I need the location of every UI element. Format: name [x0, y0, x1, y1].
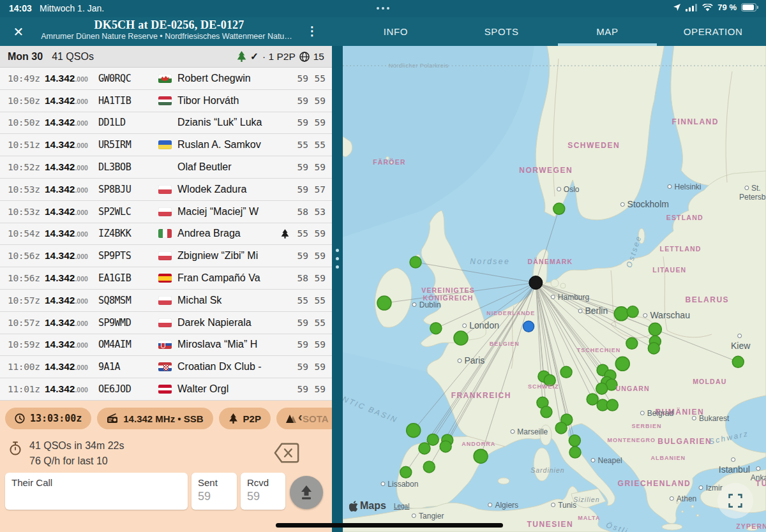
qso-row[interactable]: 10:54z 14.342.000 IZ4BKK Andrea Braga 55…	[0, 223, 332, 246]
qso-callsign: SP8BJU	[98, 184, 158, 195]
qso-marker[interactable]	[430, 323, 442, 334]
qso-marker[interactable]	[626, 337, 638, 349]
qso-marker[interactable]	[555, 422, 567, 434]
country-flag-icon	[158, 229, 172, 238]
qso-time: 10:53z	[8, 184, 45, 195]
qso-marker[interactable]	[419, 443, 430, 454]
qso-marker[interactable]	[649, 323, 661, 336]
scroll-chevron-icon[interactable]: ‹	[298, 410, 303, 424]
qso-row[interactable]: 10:53z 14.342.000 SP2WLC Maciej “Maciej”…	[0, 201, 332, 223]
fullscreen-button[interactable]	[717, 483, 753, 519]
p2p-pill[interactable]: P2P	[219, 408, 271, 429]
qso-rst-sent: 59	[291, 339, 308, 350]
operator-location-marker[interactable]	[529, 276, 543, 290]
qso-row[interactable]: 10:57z 14.342.000 SP9WMD Darek Napierala…	[0, 312, 332, 334]
tab-operation[interactable]: OPERATION	[660, 17, 766, 46]
qso-row[interactable]: 10:51z 14.342.000 UR5IRM Ruslan A. Samko…	[0, 134, 332, 156]
qso-marker[interactable]	[427, 434, 439, 445]
qso-row[interactable]: 10:59z 14.342.000 OM4AIM Miroslava “Mia”…	[0, 334, 332, 357]
qso-marker[interactable]	[648, 343, 659, 354]
frequency-mode-pill[interactable]: 14.342 MHz • SSB	[97, 408, 213, 429]
qso-marker[interactable]	[423, 461, 435, 473]
qso-rst-rcvd: 53	[308, 207, 326, 217]
qso-operator-name: Fran Campañó Va	[177, 272, 278, 284]
logging-panel: 13:03:00z 14.342 MHz • SSB P2P SOTA ‹	[0, 401, 332, 532]
qso-row[interactable]: 10:53z 14.342.000 SP8BJU Wlodek Zadura 5…	[0, 179, 332, 201]
tab-map[interactable]: MAP	[555, 17, 661, 46]
tab-spots[interactable]: SPOTS	[449, 17, 555, 46]
qso-row[interactable]: 10:56z 14.342.000 SP9PTS Zbigniew “Zibi”…	[0, 245, 332, 267]
qso-frequency: 14.342.000	[45, 383, 98, 395]
panel-divider[interactable]	[332, 46, 343, 532]
qso-rst-rcvd: 55	[308, 73, 326, 84]
qso-marker[interactable]	[596, 383, 608, 394]
qso-row[interactable]: 11:00z 14.342.000 9A1A Croatian Dx Club …	[0, 356, 332, 378]
qso-marker[interactable]	[541, 406, 552, 418]
qso-marker[interactable]	[400, 466, 412, 478]
qso-marker[interactable]	[627, 306, 638, 318]
qso-row[interactable]: 10:50z 14.342.000 HA1TIB Tibor Horváth 5…	[0, 90, 332, 112]
entry-fields: Their Call Sent 59 Rcvd 59	[5, 473, 327, 510]
spot-marker-blue[interactable]	[523, 321, 534, 332]
qso-row[interactable]: 10:50z 14.342.000 DD1LD Dzianis “Luk” Lu…	[0, 112, 332, 135]
dx-count: 15	[313, 51, 324, 63]
qso-marker[interactable]	[553, 203, 565, 214]
map-canvas[interactable]	[343, 46, 766, 532]
radio-icon	[107, 413, 118, 424]
qso-marker[interactable]	[569, 447, 581, 458]
qso-marker[interactable]	[569, 435, 580, 447]
their-call-input[interactable]: Their Call	[5, 473, 188, 510]
qso-marker[interactable]	[732, 356, 744, 367]
country-flag-icon	[158, 296, 172, 305]
qso-marker[interactable]	[407, 424, 421, 438]
drag-handle-icon[interactable]	[336, 249, 339, 269]
qso-row[interactable]: 11:01z 14.342.000 OE6JOD Walter Orgl 59 …	[0, 378, 332, 401]
qso-rst-rcvd: 57	[308, 184, 326, 195]
upload-icon	[298, 484, 315, 501]
qso-marker[interactable]	[544, 374, 555, 386]
kebab-menu-icon[interactable]: ⋮	[305, 22, 319, 40]
tab-info[interactable]: INFO	[343, 17, 449, 46]
qso-callsign: SP9WMD	[98, 317, 158, 329]
sota-pill[interactable]: SOTA ‹	[276, 408, 332, 429]
qso-row[interactable]: 10:49z 14.342.000 GW0RQC Robert Chegwin …	[0, 68, 332, 90]
qso-marker[interactable]	[615, 357, 629, 371]
qso-marker[interactable]	[410, 256, 421, 268]
sent-input[interactable]: Sent 59	[192, 473, 237, 510]
apple-logo-icon	[349, 501, 358, 512]
qso-marker[interactable]	[614, 307, 628, 321]
qso-marker[interactable]	[587, 394, 598, 405]
country-flag-icon	[158, 340, 172, 349]
multitasking-indicator-icon[interactable]	[377, 7, 389, 10]
country-flag-icon	[158, 74, 172, 83]
submit-qso-button[interactable]	[290, 476, 323, 509]
legal-link[interactable]: Legal	[394, 503, 409, 510]
mountain-icon	[286, 414, 297, 423]
qso-marker[interactable]	[606, 399, 618, 411]
qso-rst-rcvd: 59	[308, 384, 326, 394]
time-pill[interactable]: 13:03:00z	[5, 408, 91, 429]
tree-icon	[229, 413, 238, 424]
qso-operator-name: Croatian Dx Club -	[177, 361, 278, 373]
country-flag-icon	[158, 140, 172, 149]
qso-operator-name: Dzianis “Luk” Luka	[177, 117, 278, 128]
qso-time: 10:56z	[8, 251, 45, 261]
qso-marker[interactable]	[560, 366, 572, 378]
map-view[interactable]: Nördlicher PolarkreisFÄRÖERFINNLANDSCHWE…	[343, 46, 766, 532]
qso-marker[interactable]	[377, 296, 391, 310]
backspace-icon[interactable]	[273, 440, 300, 466]
qso-marker[interactable]	[454, 331, 468, 345]
qso-row[interactable]: 10:52z 14.342.000 DL3BOB Olaf Beutler 59…	[0, 156, 332, 179]
qso-marker[interactable]	[474, 449, 488, 463]
check-icon: ✓	[250, 51, 259, 63]
p2p-tree-icon	[278, 229, 291, 239]
home-indicator[interactable]	[276, 523, 503, 528]
qso-row[interactable]: 10:57z 14.342.000 SQ8MSM Michal Sk 55 55	[0, 290, 332, 312]
qso-rst-sent: 59	[291, 362, 308, 372]
qso-row[interactable]: 10:56z 14.342.000 EA1GIB Fran Campañó Va…	[0, 267, 332, 290]
rcvd-input[interactable]: Rcvd 59	[241, 473, 285, 510]
rcvd-value: 59	[247, 490, 279, 503]
qso-marker[interactable]	[440, 441, 451, 452]
country-flag-icon	[158, 185, 172, 194]
country-flag-icon	[158, 362, 172, 371]
